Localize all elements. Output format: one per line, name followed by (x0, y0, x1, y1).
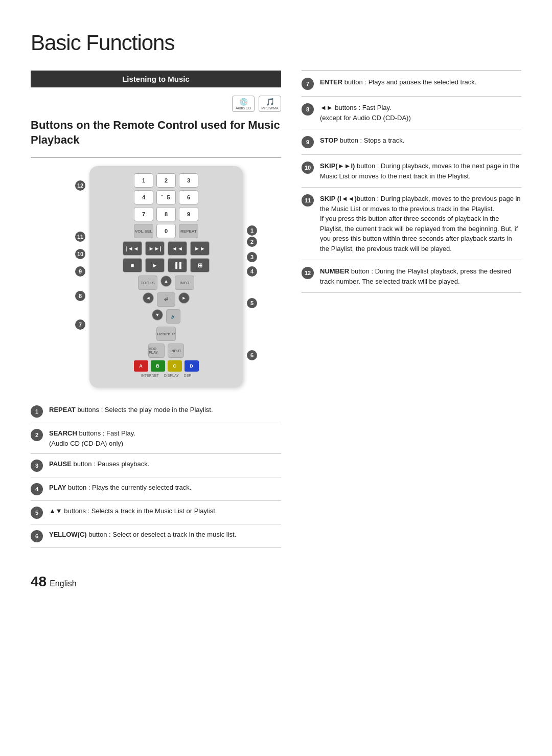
down-key[interactable]: ▼ (152, 309, 163, 320)
tools-key[interactable]: TOOLS (138, 276, 157, 290)
section-title: Buttons on the Remote Control used for M… (31, 118, 281, 147)
mp3-badge: 🎵 MP3/WMA (259, 96, 281, 112)
repeat-key[interactable]: REPEAT (179, 224, 198, 238)
info-key[interactable]: INFO (175, 276, 194, 290)
page-language: English (50, 579, 76, 588)
play-key[interactable]: ► (145, 258, 165, 272)
callout-2-right: 2 (247, 237, 257, 247)
up-key[interactable]: ▲ (160, 276, 172, 287)
right-desc-row-10: 10 SKIP(►►I) button : During playback, m… (302, 155, 521, 188)
playback-row: ■ ► ▐▐ ⊞ (99, 258, 234, 272)
internet-label: INTERNET (141, 374, 159, 377)
desc-text-3: PAUSE button : Pauses playback. (49, 459, 149, 469)
key-6[interactable]: 6 (179, 190, 198, 204)
right-desc-num-10: 10 (302, 162, 314, 174)
nav-row: ◄ ⏎ ► (99, 292, 234, 307)
callout-8: 8 (75, 291, 85, 301)
right-desc-row-11: 11 SKIP (I◄◄)button : During playback, m… (302, 188, 521, 260)
skip-next-key[interactable]: ►►| (145, 241, 165, 256)
hdd-row: HDD PLAY INPUT (99, 343, 234, 358)
numpad-row-3: 7 8 9 (99, 207, 234, 221)
right-desc-text-8: ◄► buttons : Fast Play.(except for Audio… (320, 103, 411, 123)
callout-6-right: 6 (247, 350, 257, 360)
red-button[interactable]: A (134, 360, 148, 372)
right-desc-row-7: 7 ENTER button : Plays and pauses the se… (302, 71, 521, 97)
right-desc-text-7: ENTER button : Plays and pauses the sele… (320, 77, 476, 87)
desc-row-5: 5 ▲▼ buttons : Selects a track in the Mu… (31, 501, 281, 524)
key-1[interactable]: 1 (134, 173, 153, 188)
grid-key[interactable]: ⊞ (190, 258, 210, 272)
icon-badges: 💿 Audio CD 🎵 MP3/WMA (31, 96, 281, 112)
bottom-labels: INTERNET DISPLAY DSP (99, 374, 234, 377)
page-number: 48 (31, 574, 47, 589)
right-desc-num-8: 8 (302, 103, 314, 116)
key-8[interactable]: 8 (156, 207, 176, 221)
search-next-key[interactable]: ►► (190, 241, 210, 256)
right-column: 7 ENTER button : Plays and pauses the se… (302, 71, 521, 548)
left-key[interactable]: ◄ (143, 292, 154, 304)
page-number-section: 48English (31, 568, 521, 590)
skip-prev-key[interactable]: |◄◄ (123, 241, 142, 256)
desc-num-4: 4 (31, 483, 43, 495)
input-key[interactable]: INPUT (168, 343, 184, 358)
callout-9: 9 (75, 266, 85, 277)
right-desc-text-11: SKIP (I◄◄)button : During playback, move… (320, 194, 521, 254)
tools-row: TOOLS ▲ INFO (99, 276, 234, 290)
stop-key[interactable]: ■ (123, 258, 142, 272)
down-row: ▼ 🔊 (99, 309, 234, 324)
remote-illustration: 12 11 10 9 8 7 1 2 3 (51, 166, 281, 387)
desc-row-4: 4 PLAY button : Plays the currently sele… (31, 477, 281, 501)
right-desc-row-12: 12 NUMBER button : During the Playlist p… (302, 260, 521, 293)
enter-key[interactable]: ⏎ (157, 292, 175, 307)
key-2[interactable]: 2 (156, 173, 176, 188)
right-desc-num-9: 9 (302, 136, 314, 148)
key-0[interactable]: 0 (156, 224, 176, 238)
desc-num-3: 3 (31, 460, 43, 472)
right-key[interactable]: ► (178, 292, 190, 304)
title-divider (31, 157, 281, 158)
page-container: Basic Functions Listening to Music 💿 Aud… (0, 0, 552, 621)
callout-3-right: 3 (247, 252, 257, 262)
right-desc-row-9: 9 STOP button : Stops a track. (302, 129, 521, 155)
left-column: Listening to Music 💿 Audio CD 🎵 MP3/WMA … (31, 71, 281, 548)
key-9[interactable]: 9 (179, 207, 198, 221)
audio-cd-label: Audio CD (236, 106, 251, 110)
page-title: Basic Functions (31, 31, 521, 55)
pause-key[interactable]: ▐▐ (168, 258, 187, 272)
key-4[interactable]: 4 (134, 190, 153, 204)
callout-12: 12 (75, 180, 85, 191)
callout-1-right: 1 (247, 225, 257, 236)
desc-row-6: 6 YELLOW(C) button : Select or deselect … (31, 524, 281, 548)
desc-text-4: PLAY button : Plays the currently select… (49, 483, 191, 493)
cd-icon: 💿 (239, 98, 248, 106)
green-button[interactable]: B (151, 360, 165, 372)
speaker-key[interactable]: 🔊 (166, 309, 180, 324)
right-desc-row-8: 8 ◄► buttons : Fast Play.(except for Aud… (302, 97, 521, 129)
callout-10: 10 (75, 249, 85, 259)
key-5[interactable]: 5 (156, 190, 176, 204)
desc-row-2: 2 SEARCH buttons : Fast Play.(Audio CD (… (31, 423, 281, 454)
yellow-button[interactable]: C (168, 360, 182, 372)
desc-num-5: 5 (31, 507, 43, 519)
left-descriptions: 1 REPEAT buttons : Selects the play mode… (31, 400, 281, 548)
desc-row-3: 3 PAUSE button : Pauses playback. (31, 454, 281, 477)
blue-button[interactable]: D (185, 360, 199, 372)
desc-row-1: 1 REPEAT buttons : Selects the play mode… (31, 400, 281, 423)
right-desc-num-12: 12 (302, 267, 314, 279)
callout-7: 7 (75, 319, 85, 330)
key-7[interactable]: 7 (134, 207, 153, 221)
display-label: DISPLAY (164, 374, 179, 377)
desc-text-6: YELLOW(C) button : Select or deselect a … (49, 530, 236, 540)
right-desc-text-9: STOP button : Stops a track. (320, 135, 404, 146)
desc-text-2: SEARCH buttons : Fast Play.(Audio CD (CD… (49, 428, 135, 448)
desc-text-5: ▲▼ buttons : Selects a track in the Musi… (49, 506, 217, 516)
desc-num-2: 2 (31, 429, 43, 441)
mp3-label: MP3/WMA (261, 106, 278, 110)
music-icon: 🎵 (266, 98, 274, 106)
return-key[interactable]: Return ↩ (156, 327, 176, 341)
hdd-key[interactable]: HDD PLAY (148, 343, 165, 358)
remote-body: 1 2 3 4 5 6 7 8 9 (89, 166, 243, 387)
search-prev-key[interactable]: ◄◄ (168, 241, 187, 256)
key-3[interactable]: 3 (179, 173, 198, 188)
volsel-key[interactable]: VOL.SEL (134, 224, 153, 238)
